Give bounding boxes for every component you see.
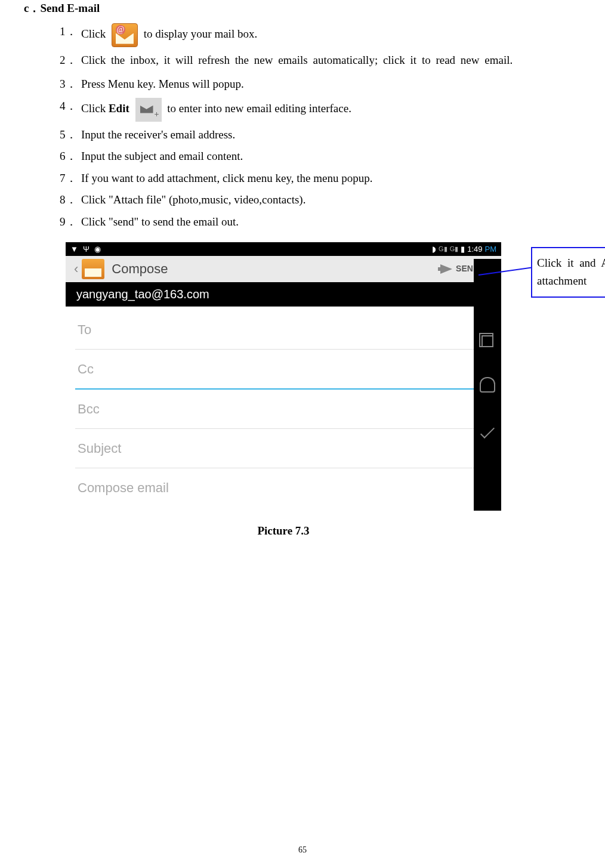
to-field[interactable]: To <box>75 310 492 350</box>
step-text: Input the subject and email content. <box>81 148 545 165</box>
nav-back-button[interactable] <box>480 424 495 438</box>
step-text: Click to display your mail box. <box>81 23 545 47</box>
bcc-field[interactable]: Bcc <box>75 390 492 429</box>
section-title: c．Send E-mail <box>24 0 545 17</box>
step-number: 8． <box>60 191 81 209</box>
send-icon <box>440 264 452 274</box>
step-number: 4． <box>60 98 81 115</box>
app-bar: ‹ Compose SEND <box>66 256 501 283</box>
step-text: Click the inbox, it will refresh the new… <box>81 52 545 69</box>
nav-recent-button[interactable] <box>481 335 493 347</box>
android-compose-screenshot: ▼ Ψ ◉ ◗ G▮ G▮ ▮ 1:49 PM ‹ Compose <box>66 242 501 511</box>
page-number: 65 <box>0 844 605 856</box>
step-2: 2． Click the inbox, it will refresh the … <box>60 52 545 69</box>
step-6: 6． Input the subject and email content. <box>60 148 545 165</box>
android-icon: ◉ <box>94 243 101 255</box>
step-4: 4． Click Edit to enter into new email ed… <box>60 98 545 122</box>
step-number: 9． <box>60 214 81 231</box>
step-text: Click "send" to send the email out. <box>81 214 545 231</box>
step-8: 8． Click "Attach file" (photo,music, vid… <box>60 191 545 209</box>
steps-list: 1． Click to display your mail box. 2． Cl… <box>24 23 545 231</box>
step-7: 7． If you want to add attachment, click … <box>60 170 545 187</box>
step-text: If you want to add attachment, click men… <box>81 170 545 187</box>
step-number: 1． <box>60 23 81 41</box>
signal-2: G▮ <box>450 244 459 254</box>
mail-app-icon <box>112 23 138 47</box>
compose-title: Compose <box>112 259 440 279</box>
status-bar: ▼ Ψ ◉ ◗ G▮ G▮ ▮ 1:49 PM <box>66 242 501 256</box>
callout-box: Click it and Add attachment <box>531 247 605 298</box>
cc-field[interactable]: Cc <box>75 350 492 390</box>
subject-field[interactable]: Subject <box>75 429 492 468</box>
edit-compose-icon <box>135 98 162 122</box>
wifi-icon: ◗ <box>432 243 436 255</box>
screenshot-figure: ▼ Ψ ◉ ◗ G▮ G▮ ▮ 1:49 PM ‹ Compose <box>66 242 507 511</box>
figure-caption: Picture 7.3 <box>66 523 501 540</box>
mail-app-icon[interactable] <box>82 259 104 279</box>
step-3: 3． Press Menu key. Menus will popup. <box>60 76 545 93</box>
step-text: Click Edit to enter into new email editi… <box>81 98 545 122</box>
status-left: ▼ Ψ ◉ <box>70 243 101 255</box>
from-field[interactable]: yangyang_tao@163.com <box>66 282 501 307</box>
clock-time: 1:49 <box>467 243 482 255</box>
nav-panel <box>474 259 501 511</box>
step-5: 5． Input the receiver's email address. <box>60 126 545 144</box>
status-right: ◗ G▮ G▮ ▮ 1:49 PM <box>432 243 496 255</box>
clock-pm: PM <box>485 243 497 255</box>
body-field[interactable]: Compose email <box>75 468 492 507</box>
signal-1: G▮ <box>439 244 447 254</box>
nav-home-button[interactable] <box>480 383 495 393</box>
step-number: 7． <box>60 170 81 187</box>
battery-icon: ▮ <box>461 243 465 255</box>
step-number: 2． <box>60 52 81 69</box>
notification-icon: ▼ <box>70 243 78 255</box>
step-text: Click "Attach file" (photo,music, video,… <box>81 191 545 209</box>
step-number: 5． <box>60 126 81 144</box>
step-text: Press Menu key. Menus will popup. <box>81 76 545 93</box>
back-button[interactable]: ‹ <box>74 259 78 279</box>
step-number: 3． <box>60 76 81 93</box>
usb-icon: Ψ <box>83 243 89 255</box>
step-number: 6． <box>60 148 81 165</box>
step-text: Input the receiver's email address. <box>81 126 545 144</box>
step-9: 9． Click "send" to send the email out. <box>60 214 545 231</box>
step-1: 1． Click to display your mail box. <box>60 23 545 47</box>
compose-fields: To Cc Bcc Subject Compose email <box>66 307 501 511</box>
